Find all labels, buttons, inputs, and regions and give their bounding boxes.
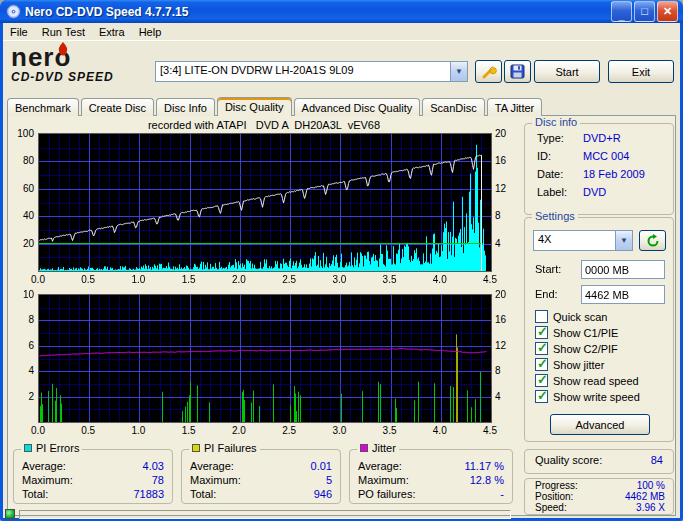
minimize-button[interactable]: _ [611,1,632,22]
chevron-down-icon[interactable]: ▼ [615,231,632,250]
axis-tick-label: 2.0 [228,274,250,285]
axis-tick-label: 16 [495,314,517,325]
po-failures-label: PO failures: [358,488,415,500]
menu-extra[interactable]: Extra [92,24,132,40]
checkbox-box[interactable] [535,326,548,339]
checkbox-box[interactable] [535,374,548,387]
axis-tick-label: 20 [8,238,34,249]
tab-strip: BenchmarkCreate DiscDisc InfoDisc Qualit… [7,97,544,116]
axis-tick-label: 20 [495,289,517,300]
show-write-speed-checkbox[interactable]: Show write speed [535,390,640,403]
show-read-speed-checkbox[interactable]: Show read speed [535,374,639,387]
axis-tick-label: 12 [495,340,517,351]
pif-maximum-value: 5 [326,474,332,486]
tab-ta-jitter[interactable]: TA Jitter [487,98,543,116]
checkbox-box[interactable] [535,390,548,403]
pif-legend-swatch [192,444,200,452]
axis-tick-label: 4.5 [479,274,501,285]
axis-tick-label: 0.0 [27,425,49,436]
disc-id-value: MCC 004 [583,150,629,162]
start-position-field[interactable] [581,260,665,279]
pif-average-value: 0.01 [311,460,332,472]
axis-tick-label: 2 [8,391,34,402]
show-jitter-checkbox[interactable]: Show jitter [535,358,604,371]
speed-label: Speed: [535,502,567,513]
end-position-label: End: [535,288,558,300]
flame-icon [57,42,69,56]
wrench-icon [481,64,497,80]
axis-tick-label: 3.5 [379,274,401,285]
po-failures-value: - [500,488,504,500]
close-button[interactable]: ✕ [657,1,678,22]
end-position-field[interactable] [581,285,665,304]
exit-button[interactable]: Exit [608,60,674,83]
position-label: Position: [535,491,573,502]
menu-run-test[interactable]: Run Test [35,24,92,40]
axis-tick-label: 1.0 [127,425,149,436]
app-icon [6,4,21,19]
checkbox-box[interactable] [535,342,548,355]
pie-total-value: 71883 [133,488,164,500]
axis-tick-label: 4.0 [429,274,451,285]
title-bar: Nero CD-DVD Speed 4.7.7.15 _ □ ✕ [0,0,683,23]
drive-selector[interactable]: [3:4] LITE-ON DVDRW LH-20A1S 9L09 ▼ [155,61,468,82]
tab-advanced-disc-quality[interactable]: Advanced Disc Quality [294,98,421,116]
progress-box: Progress: 100 % Position: 4462 MB Speed:… [524,478,674,515]
axis-tick-label: 4 [495,238,517,249]
axis-tick-label: 4 [495,391,517,402]
pif-stats-title: PI Failures [204,442,257,454]
quality-charts: 10080604020201612840.00.51.01.52.02.53.0… [8,116,523,446]
pi-errors-chart-canvas [38,133,492,272]
chevron-down-icon[interactable]: ▼ [450,62,467,81]
disc-date-label: Date: [537,168,563,180]
axis-tick-label: 6 [8,340,34,351]
advanced-button[interactable]: Advanced [550,414,650,435]
pie-legend-swatch [24,444,32,452]
menu-help[interactable]: Help [132,24,169,40]
tab-benchmark[interactable]: Benchmark [7,98,79,116]
progress-label: Progress: [535,480,578,491]
window-client-area: File Run Test Extra Help nero CD-DVD SPE… [3,23,680,518]
axis-tick-label: 80 [8,155,34,166]
show-c2-pif-checkbox[interactable]: Show C2/PIF [535,342,618,355]
status-bar [19,510,511,519]
scan-speed-selector[interactable]: 4X ▼ [533,230,633,251]
show-write-speed-label: Show write speed [553,391,640,403]
pi-errors-stats-box: PI Errors Average: 4.03 Maximum: 78 Tota… [13,449,173,504]
axis-tick-label: 4.0 [429,425,451,436]
status-led [5,509,15,519]
speed-value: 3.96 X [636,502,665,513]
start-button[interactable]: Start [534,60,600,83]
pif-maximum-label: Maximum: [190,474,241,486]
axis-tick-label: 3.5 [379,425,401,436]
pif-average-label: Average: [190,460,234,472]
menu-file[interactable]: File [3,24,35,40]
disc-info-box: Disc info Type: DVD+R ID: MCC 004 Date: … [524,123,674,215]
tab-disc-quality[interactable]: Disc Quality [217,97,292,116]
axis-tick-label: 1.5 [178,425,200,436]
jitter-average-label: Average: [358,460,402,472]
toolbar: nero CD-DVD SPEED [3:4] LITE-ON DVDRW LH… [3,42,680,97]
tab-create-disc[interactable]: Create Disc [81,98,154,116]
save-button[interactable] [504,60,531,83]
tab-scandisc[interactable]: ScanDisc [422,98,484,116]
pie-maximum-label: Maximum: [22,474,73,486]
progress-value: 100 % [637,480,665,491]
disc-date-value: 18 Feb 2009 [583,168,645,180]
axis-tick-label: 8 [495,210,517,221]
quick-scan-checkbox[interactable]: Quick scan [535,310,607,323]
axis-tick-label: 10 [8,289,34,300]
axis-tick-label: 12 [495,183,517,194]
pi-failures-stats-box: PI Failures Average: 0.01 Maximum: 5 Tot… [181,449,341,504]
pie-average-value: 4.03 [143,460,164,472]
position-value: 4462 MB [625,491,665,502]
maximize-button[interactable]: □ [634,1,655,22]
checkbox-box[interactable] [535,358,548,371]
show-jitter-label: Show jitter [553,359,604,371]
axis-tick-label: 2.5 [278,425,300,436]
show-c1-pie-checkbox[interactable]: Show C1/PIE [535,326,618,339]
options-button[interactable] [475,60,502,83]
tab-disc-info[interactable]: Disc Info [156,98,215,116]
refresh-button[interactable] [639,230,666,251]
checkbox-box[interactable] [535,310,548,323]
